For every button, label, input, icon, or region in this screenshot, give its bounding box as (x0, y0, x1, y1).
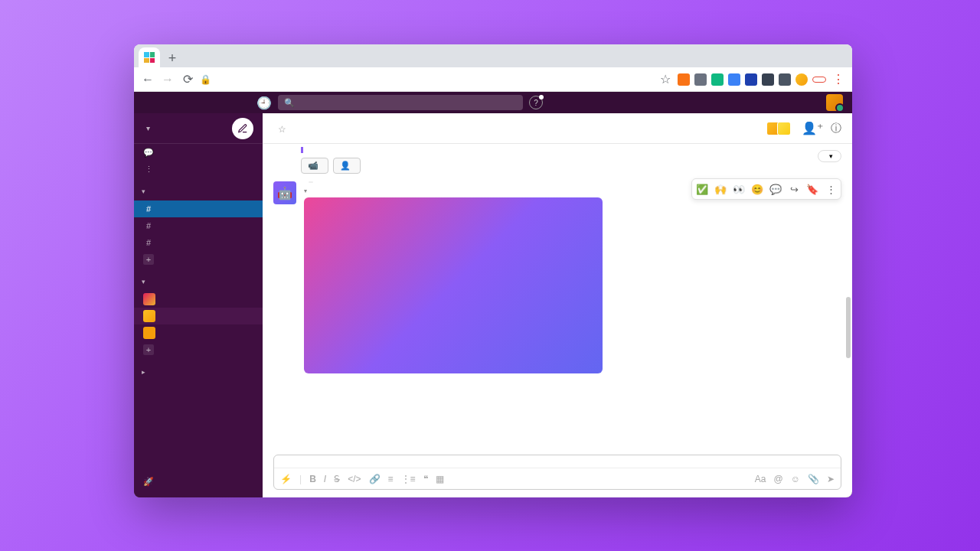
chevron-down-icon: ▾ (142, 278, 145, 285)
view-shopify-button[interactable]: 📹 (301, 158, 328, 174)
hash-icon: # (143, 238, 154, 247)
main-panel: ☆ 👤⁺ ⓘ ▾ (263, 113, 852, 497)
browser-tab-slack[interactable] (139, 47, 160, 67)
browser-menu-icon[interactable]: ⋮ (831, 72, 846, 87)
add-teammates[interactable]: + (134, 341, 263, 358)
composer-toolbar: ⚡ | B I S̶ </> 🔗 ≡ ⋮≡ ❝ ▦ Aa @ (274, 468, 841, 489)
slack-icon (144, 52, 155, 63)
member-avatars[interactable] (769, 122, 794, 135)
channels-section[interactable]: ▾ (134, 182, 263, 201)
extension-icon[interactable] (728, 73, 740, 86)
message: ✅ 🙌 👀 😊 💬 ↪ 🔖 ⋮ 🤖 (273, 181, 841, 373)
reaction-check[interactable]: ✅ (694, 181, 710, 197)
ol-icon[interactable]: ≡ (388, 474, 394, 484)
mention-icon[interactable]: @ (774, 474, 783, 484)
link-icon[interactable]: 🔗 (369, 474, 381, 484)
user-icon: 👤 (340, 161, 351, 171)
message-composer[interactable]: ⚡ | B I S̶ </> 🔗 ≡ ⋮≡ ❝ ▦ Aa @ (273, 455, 841, 490)
add-channels[interactable]: + (134, 251, 263, 268)
bold-icon[interactable]: B (309, 474, 316, 484)
chevron-right-icon: ▸ (142, 368, 145, 376)
more-icon: ⋮ (143, 165, 154, 174)
add-reaction-icon[interactable]: 😊 (749, 181, 766, 197)
share-icon[interactable]: ↪ (786, 181, 802, 197)
profile-icon[interactable] (795, 73, 808, 86)
star-icon[interactable]: ☆ (278, 124, 286, 135)
sidebar-channel-app[interactable]: # (134, 201, 263, 217)
avatar (777, 122, 791, 135)
thread-icon[interactable]: 💬 (767, 181, 784, 197)
italic-icon[interactable]: I (324, 474, 326, 484)
extension-icons (678, 73, 808, 86)
today-divider[interactable]: ▾ (818, 150, 841, 162)
bot-avatar[interactable]: 🤖 (273, 181, 296, 204)
extension-icon[interactable] (711, 73, 724, 86)
search-input[interactable]: 🔍 (278, 95, 523, 110)
slack-top-bar: 🕘 🔍 ? (134, 92, 852, 113)
dm-slackbot[interactable] (134, 291, 263, 308)
extension-icon[interactable] (678, 73, 690, 86)
forward-button[interactable]: → (160, 72, 175, 87)
sidebar-more[interactable]: ⋮ (134, 161, 263, 178)
lock-icon: 🔒 (200, 74, 211, 85)
avatar (143, 310, 155, 322)
app-badge (309, 181, 313, 183)
send-icon[interactable]: ➤ (827, 474, 835, 484)
revenue-chart[interactable] (304, 197, 603, 373)
format-icon[interactable]: Aa (755, 474, 766, 484)
ul-icon[interactable]: ⋮≡ (401, 474, 416, 484)
quote-icon[interactable]: ❝ (423, 474, 428, 484)
sidebar-channel-general[interactable]: # (134, 217, 263, 234)
update-button[interactable] (812, 77, 826, 83)
plus-icon: + (143, 254, 154, 265)
back-button[interactable]: ← (140, 72, 155, 87)
code-icon[interactable]: </> (348, 474, 361, 484)
help-button[interactable]: ? (529, 96, 543, 109)
star-icon[interactable]: ☆ (658, 72, 673, 87)
url-field[interactable]: 🔒 (200, 74, 653, 85)
threads-icon: 💬 (143, 148, 154, 158)
extension-icon[interactable] (694, 73, 707, 86)
scrollbar[interactable] (846, 297, 851, 358)
sidebar-threads[interactable]: 💬 (134, 144, 263, 161)
sidebar-channel-random[interactable]: # (134, 234, 263, 251)
extension-icon[interactable] (745, 73, 757, 86)
user-avatar[interactable] (826, 94, 843, 111)
prev-message-block (301, 147, 841, 153)
add-people-icon[interactable]: 👤⁺ (802, 121, 823, 135)
compose-button[interactable] (232, 118, 253, 139)
emoji-icon[interactable]: ☺ (791, 474, 800, 484)
apps-section[interactable]: ▸ (134, 363, 263, 381)
view-customer-button[interactable]: 👤 (333, 158, 361, 174)
attach-icon[interactable]: 📎 (808, 474, 819, 484)
extension-icon[interactable] (762, 73, 774, 86)
history-icon[interactable]: 🕘 (256, 96, 272, 110)
avatar (143, 327, 155, 339)
sidebar: ▾ 💬 ⋮ ▾ # # # + ▾ + ▸ 🚀 (134, 113, 263, 497)
search-icon: 🔍 (284, 98, 295, 108)
composer-input[interactable] (274, 455, 841, 468)
video-icon: 📹 (308, 161, 318, 171)
info-icon[interactable]: ⓘ (831, 122, 841, 135)
chevron-down-icon: ▾ (304, 187, 307, 194)
dm-section[interactable]: ▾ (134, 272, 263, 291)
message-actions-toolbar: ✅ 🙌 👀 😊 💬 ↪ 🔖 ⋮ (691, 178, 841, 200)
reaction-eyes[interactable]: 👀 (730, 181, 747, 197)
reload-button[interactable]: ⟳ (180, 72, 195, 87)
puzzle-icon[interactable] (779, 73, 791, 86)
dm-item[interactable] (134, 308, 263, 324)
shortcut-icon[interactable]: ⚡ (280, 474, 292, 484)
workspace-switcher[interactable]: ▾ (134, 113, 263, 144)
upgrade-link[interactable]: 🚀 (134, 473, 263, 490)
new-tab-button[interactable]: + (163, 49, 181, 67)
dm-test-user[interactable] (134, 324, 263, 341)
more-actions-icon[interactable]: ⋮ (822, 181, 839, 197)
strike-icon[interactable]: S̶ (334, 474, 340, 484)
address-bar: ← → ⟳ 🔒 ☆ ⋮ (134, 67, 852, 92)
reaction-hands[interactable]: 🙌 (712, 181, 729, 197)
chevron-down-icon: ▾ (142, 187, 145, 195)
rocket-icon: 🚀 (143, 477, 154, 487)
bookmark-icon[interactable]: 🔖 (804, 181, 821, 197)
chart-svg (304, 197, 603, 373)
codeblock-icon[interactable]: ▦ (436, 474, 444, 484)
